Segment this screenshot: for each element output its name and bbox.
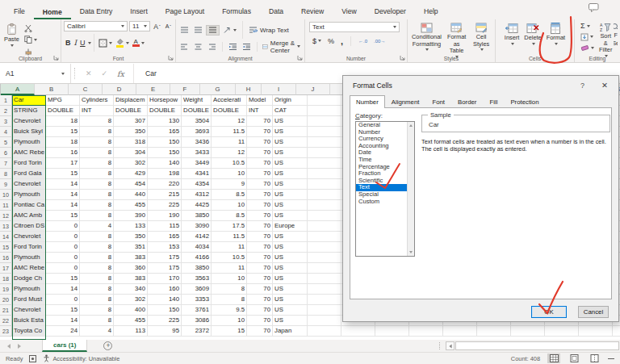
row-header-8[interactable]: 8 (0, 169, 12, 179)
cell-I11[interactable]: US (273, 200, 308, 211)
clear-button[interactable] (579, 43, 596, 52)
cell-J8[interactable] (308, 169, 341, 179)
row-header-11[interactable]: 11 (0, 200, 12, 211)
cell-C14[interactable]: 8 (80, 232, 114, 242)
cell-I1[interactable]: Origin (273, 95, 308, 106)
cell-J1[interactable] (308, 95, 341, 106)
column-header-H[interactable]: H (236, 84, 262, 95)
macro-record-icon[interactable] (29, 355, 36, 362)
row-header-18[interactable]: 18 (0, 274, 12, 284)
cell-H16[interactable]: 70 (247, 253, 273, 263)
row-header-2[interactable]: 2 (0, 106, 12, 116)
cell-M23[interactable] (409, 326, 443, 337)
cell-A2[interactable]: STRING (12, 106, 46, 116)
cell-C6[interactable]: 8 (80, 148, 114, 158)
cell-D17[interactable]: 360 (114, 263, 148, 274)
cell-C19[interactable]: 8 (80, 284, 114, 295)
cell-B3[interactable]: 18 (46, 116, 80, 127)
cell-A14[interactable]: Chevrolet (12, 232, 46, 242)
cell-J16[interactable] (308, 253, 341, 263)
cell-B4[interactable]: 15 (46, 127, 80, 137)
cell-H20[interactable]: 70 (247, 295, 273, 305)
delete-cells-button[interactable]: Delete (522, 21, 542, 45)
cell-D2[interactable]: DOUBLE (114, 106, 148, 116)
cell-G13[interactable]: 17.5 (212, 221, 247, 232)
accessibility-status[interactable]: Accessibility: Unavailable (43, 354, 119, 362)
cell-B13[interactable]: 0 (46, 221, 80, 232)
cell-F6[interactable]: 3433 (182, 148, 212, 158)
cell-D16[interactable]: 383 (114, 253, 148, 263)
cancel-button[interactable]: Cancel (578, 306, 609, 318)
number-dialog-launcher[interactable] (400, 55, 405, 61)
cell-E19[interactable]: 160 (148, 284, 182, 295)
row-header-20[interactable]: 20 (0, 295, 12, 305)
cell-J7[interactable] (308, 158, 341, 169)
ribbon-tab-home[interactable]: Home (34, 4, 71, 20)
cell-B10[interactable]: 14 (46, 190, 80, 200)
cell-A21[interactable]: Chevrolet (12, 305, 46, 316)
dialog-tab-font[interactable]: Font (425, 95, 451, 108)
cell-A1[interactable]: Car (12, 95, 46, 106)
cell-B18[interactable]: 15 (46, 274, 80, 284)
cell-G18[interactable]: 10 (212, 274, 247, 284)
cell-H2[interactable]: INT (247, 106, 273, 116)
cell-C5[interactable]: 8 (80, 137, 114, 148)
zoom-out-icon[interactable] (608, 358, 614, 359)
increase-indent-button[interactable] (241, 41, 253, 52)
cell-A12[interactable]: AMC Amb (12, 211, 46, 221)
format-cells-button[interactable]: Format (545, 21, 567, 45)
row-header-14[interactable]: 14 (0, 232, 12, 242)
wrap-text-button[interactable]: Wrap Text (247, 25, 291, 36)
cell-I7[interactable]: US (273, 158, 308, 169)
cell-F19[interactable]: 3609 (182, 284, 212, 295)
cell-D18[interactable]: 383 (114, 274, 148, 284)
dialog-tab-number[interactable]: Number (350, 95, 385, 108)
align-top-button[interactable] (178, 25, 191, 36)
find-select-button[interactable]: F Se (614, 21, 618, 47)
cell-J12[interactable] (308, 211, 341, 221)
cell-F7[interactable]: 3449 (182, 158, 212, 169)
cell-G16[interactable]: 10.5 (212, 253, 247, 263)
cell-F22[interactable]: 3086 (182, 316, 212, 326)
page-layout-view-icon[interactable] (568, 354, 580, 363)
cell-H7[interactable]: 70 (247, 158, 273, 169)
cell-D23[interactable]: 113 (114, 326, 148, 337)
row-header-3[interactable]: 3 (0, 116, 12, 127)
cell-G22[interactable]: 10 (212, 316, 247, 326)
cell-B21[interactable]: 15 (46, 305, 80, 316)
category-item-custom[interactable]: Custom (356, 199, 414, 206)
sheet-tab-cars[interactable]: cars (1) (42, 340, 87, 352)
cell-H14[interactable]: 70 (247, 232, 273, 242)
cell-B16[interactable]: 0 (46, 253, 80, 263)
cell-L23[interactable] (375, 326, 409, 337)
cell-E14[interactable]: 165 (148, 232, 182, 242)
cell-J11[interactable] (308, 200, 341, 211)
cell-C21[interactable]: 8 (80, 305, 114, 316)
number-format-select[interactable]: Text (309, 22, 400, 32)
cell-F10[interactable]: 4312 (182, 190, 212, 200)
cell-B15[interactable]: 0 (46, 242, 80, 253)
select-all-corner[interactable] (0, 84, 1, 95)
cell-A9[interactable]: Chevrolet (12, 179, 46, 190)
cell-D12[interactable]: 390 (114, 211, 148, 221)
cell-F16[interactable]: 4166 (182, 253, 212, 263)
cell-J21[interactable] (308, 305, 341, 316)
row-header-23[interactable]: 23 (0, 326, 12, 337)
cell-D22[interactable]: 455 (114, 316, 148, 326)
name-box[interactable]: A1 (0, 64, 71, 83)
cell-J14[interactable] (308, 232, 341, 242)
insert-function-icon[interactable]: fx (117, 69, 124, 78)
fill-button[interactable] (579, 32, 596, 42)
row-header-9[interactable]: 9 (0, 179, 12, 190)
cell-C12[interactable]: 8 (80, 211, 114, 221)
cell-A17[interactable]: AMC Rebe (12, 263, 46, 274)
cell-C13[interactable]: 4 (80, 221, 114, 232)
cell-H23[interactable]: 70 (247, 326, 273, 337)
cell-C22[interactable]: 8 (80, 316, 114, 326)
cell-H11[interactable]: 70 (247, 200, 273, 211)
cell-styles-button[interactable]: Cell Styles (470, 21, 492, 51)
cell-H13[interactable]: 70 (247, 221, 273, 232)
cell-F12[interactable]: 3850 (182, 211, 212, 221)
cell-H3[interactable]: 70 (247, 116, 273, 127)
increase-decimal-button[interactable]: ←.0 (357, 36, 369, 46)
